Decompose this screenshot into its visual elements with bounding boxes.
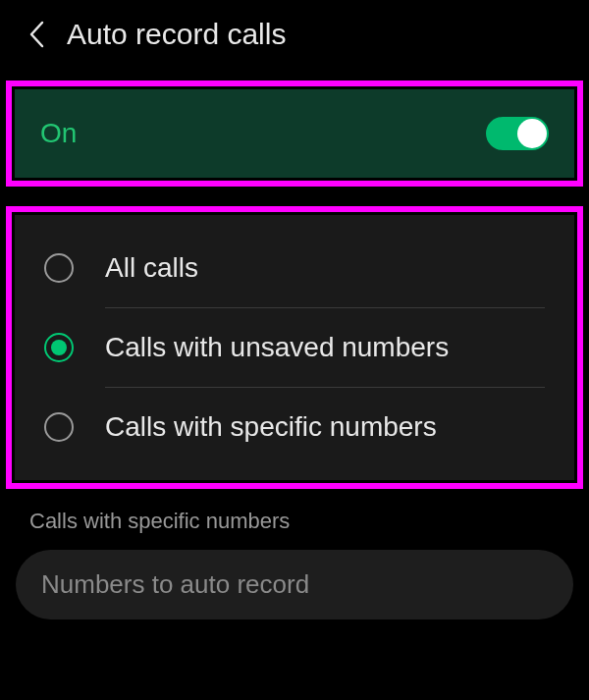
page-title: Auto record calls	[67, 18, 286, 51]
toggle-highlight: On	[6, 81, 583, 187]
radio-checked-icon	[44, 333, 74, 362]
master-toggle-switch[interactable]	[486, 117, 549, 150]
option-label: All calls	[105, 252, 198, 284]
options-highlight: All calls Calls with unsaved numbers Cal…	[6, 206, 583, 489]
chevron-left-icon	[27, 20, 45, 49]
radio-unchecked-icon	[44, 253, 74, 283]
switch-thumb	[517, 119, 547, 148]
input-placeholder: Numbers to auto record	[41, 569, 309, 599]
specific-section-label: Calls with specific numbers	[0, 489, 589, 544]
radio-dot-icon	[51, 340, 67, 355]
numbers-to-record-field[interactable]: Numbers to auto record	[16, 550, 573, 619]
record-options-group: All calls Calls with unsaved numbers Cal…	[15, 215, 574, 480]
option-all-calls[interactable]: All calls	[15, 229, 574, 307]
radio-unchecked-icon	[44, 412, 74, 442]
master-toggle-row[interactable]: On	[15, 89, 574, 178]
option-label: Calls with specific numbers	[105, 411, 437, 443]
back-button[interactable]	[27, 20, 45, 49]
option-unsaved-numbers[interactable]: Calls with unsaved numbers	[15, 308, 574, 387]
option-specific-numbers[interactable]: Calls with specific numbers	[15, 388, 574, 466]
toggle-label: On	[40, 118, 77, 149]
option-label: Calls with unsaved numbers	[105, 332, 449, 363]
header: Auto record calls	[0, 0, 589, 75]
